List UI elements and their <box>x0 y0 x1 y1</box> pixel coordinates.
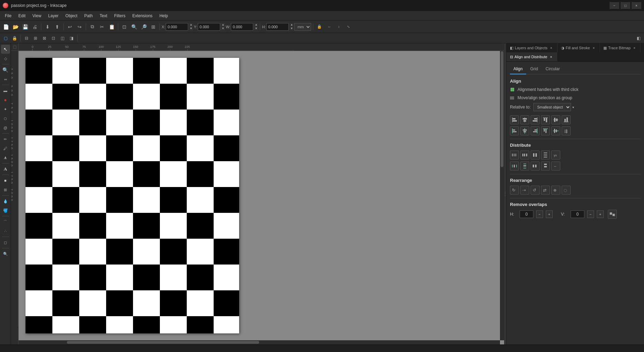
dist-equal-h-btn[interactable] <box>510 162 519 170</box>
ellipse-tool[interactable]: ● <box>1 95 10 104</box>
menu-view[interactable]: View <box>29 12 45 20</box>
spiral-tool[interactable]: @ <box>1 123 10 132</box>
h-overlap-input[interactable] <box>520 210 533 218</box>
rearrange-exchange2-btn[interactable]: ⊕ <box>551 186 560 195</box>
snap-lock-btn[interactable]: 🔒 <box>10 34 19 42</box>
y-up-arrow[interactable]: ▲ <box>221 23 225 27</box>
w-down-arrow[interactable]: ▼ <box>254 27 258 31</box>
rearrange-exchange-btn[interactable]: ↻ <box>510 186 519 195</box>
h-scroll-handle[interactable] <box>67 341 259 344</box>
select-tool[interactable]: ↖ <box>1 45 10 54</box>
tab-fill[interactable]: ◑ Fill and Stroke × <box>558 43 600 52</box>
zoom-page-button[interactable]: ⊞ <box>149 22 158 31</box>
align-bottom-edges-btn[interactable] <box>562 115 571 124</box>
w-up-arrow[interactable]: ▲ <box>254 23 258 27</box>
v-scroll-handle[interactable] <box>501 51 503 167</box>
connector-tool[interactable]: ⌒ <box>1 217 10 226</box>
align-right-anchor-btn[interactable] <box>531 126 540 135</box>
snap-btn5[interactable]: ◫ <box>58 34 67 42</box>
snap-end-btn[interactable]: ◧ <box>634 34 643 42</box>
zoom-in-button[interactable]: 🔎 <box>139 22 148 31</box>
relative-to-select[interactable]: Smallest object Biggest object Page Draw… <box>533 103 571 111</box>
text-tool[interactable]: A <box>1 165 10 174</box>
layers-tab-close[interactable]: × <box>549 45 554 50</box>
cut-button[interactable]: ✂ <box>98 22 106 31</box>
y-input[interactable] <box>198 23 220 31</box>
dist-right-edges-btn[interactable] <box>531 151 540 159</box>
dist-remove-overlap-btn[interactable]: ↔ <box>551 162 560 170</box>
dist-center-h-btn[interactable] <box>520 151 529 159</box>
fill-tab-close[interactable]: × <box>591 45 596 50</box>
subtab-circular[interactable]: Circular <box>542 65 563 73</box>
menu-edit[interactable]: Edit <box>15 12 29 20</box>
import-button[interactable]: ⬇ <box>43 22 52 31</box>
trace-tab-close[interactable]: × <box>632 45 637 50</box>
canvas-scroll[interactable] <box>19 51 500 340</box>
spray-tool[interactable]: ∴ <box>1 227 10 236</box>
align-top-anchor-btn[interactable] <box>541 126 550 135</box>
measure-tool[interactable]: ⇔ <box>1 75 10 84</box>
node-tool[interactable]: ◇ <box>1 54 10 63</box>
align-center-anchor-h-btn[interactable] <box>520 126 529 135</box>
pencil-tool[interactable]: ✏ <box>1 135 10 144</box>
zoom-fit-button[interactable]: ⊡ <box>120 22 129 31</box>
drawing-canvas[interactable] <box>25 58 239 333</box>
extra-align-btn[interactable]: ⇶ <box>562 126 571 135</box>
snap-btn4[interactable]: ⊡ <box>49 34 58 42</box>
menu-path[interactable]: Path <box>81 12 96 20</box>
export-button[interactable]: ⬆ <box>53 22 62 31</box>
menu-extensions[interactable]: Extensions <box>129 12 156 20</box>
v-overlap-minus[interactable]: − <box>587 210 594 218</box>
tab-trace[interactable]: ▦ Trace Bitmap × <box>600 43 641 52</box>
y-down-arrow[interactable]: ▼ <box>221 27 225 31</box>
eraser-tool[interactable]: ◻ <box>1 238 10 247</box>
align-top-edges-btn[interactable] <box>541 115 550 124</box>
alignment-handles-checkbox[interactable] <box>511 88 514 91</box>
v-overlap-plus[interactable]: + <box>597 210 604 218</box>
gradient-tool[interactable]: ■ <box>1 176 10 185</box>
snap-btn3[interactable]: ⊠ <box>40 34 49 42</box>
dist-equal-v-btn[interactable] <box>520 162 529 170</box>
menu-filters[interactable]: Filters <box>111 12 129 20</box>
menu-help[interactable]: Help <box>156 12 172 20</box>
redo-button[interactable]: ↪ <box>75 22 84 31</box>
h-overlap-plus[interactable]: + <box>546 210 553 218</box>
subtab-align[interactable]: Align <box>510 65 526 74</box>
x-down-arrow[interactable]: ▼ <box>189 27 193 31</box>
align-tab-close[interactable]: × <box>549 54 553 59</box>
dist-yx-btn[interactable]: yx <box>551 151 560 159</box>
align-right-edges-btn[interactable] <box>531 115 540 124</box>
dropper-tool[interactable]: 💧 <box>1 197 10 206</box>
mesh-tool[interactable]: ⊞ <box>1 185 10 194</box>
star-tool[interactable]: ✦ <box>1 105 10 114</box>
paint-bucket-tool[interactable]: 🪣 <box>1 206 10 215</box>
tab-layers[interactable]: ◧ Layers and Objects × <box>507 43 558 52</box>
remove-overlaps-apply-btn[interactable] <box>608 210 617 219</box>
snap-btn6[interactable]: ◨ <box>67 34 75 42</box>
h-overlap-minus[interactable]: − <box>536 210 543 218</box>
transform-button[interactable]: ⤡ <box>344 22 353 31</box>
menu-layer[interactable]: Layer <box>45 12 62 20</box>
rearrange-rotate-btn[interactable]: ↺ <box>531 186 540 195</box>
dist-gap-v-btn[interactable] <box>541 162 550 170</box>
menu-object[interactable]: Object <box>62 12 81 20</box>
x-up-arrow[interactable]: ▲ <box>189 23 193 27</box>
maximize-button[interactable]: □ <box>621 2 630 9</box>
align-left-anchor-btn[interactable] <box>510 126 519 135</box>
menu-text[interactable]: Text <box>96 12 111 20</box>
undo-button[interactable]: ↩ <box>65 22 74 31</box>
dist-left-edges-btn[interactable] <box>510 151 519 159</box>
rect-tool[interactable]: ▬ <box>1 86 10 95</box>
align-center-anchor-v-btn[interactable] <box>551 126 560 135</box>
transform-x-button[interactable]: ↔ <box>325 22 334 31</box>
center-horizontal-axis-btn[interactable] <box>551 115 560 124</box>
save-button[interactable]: 💾 <box>21 22 30 31</box>
zoom-out-button[interactable]: 🔍 <box>130 22 139 31</box>
zoom-canvas-tool[interactable]: 🔍 <box>1 249 10 258</box>
align-left-edges-btn[interactable] <box>510 115 519 124</box>
dist-y-btn[interactable] <box>541 151 550 159</box>
rearrange-flip-btn[interactable]: ⇄ <box>541 186 550 195</box>
unit-select[interactable]: mm px cm in pt <box>294 23 311 31</box>
h-input[interactable] <box>266 23 289 31</box>
minimize-button[interactable]: − <box>610 2 619 9</box>
